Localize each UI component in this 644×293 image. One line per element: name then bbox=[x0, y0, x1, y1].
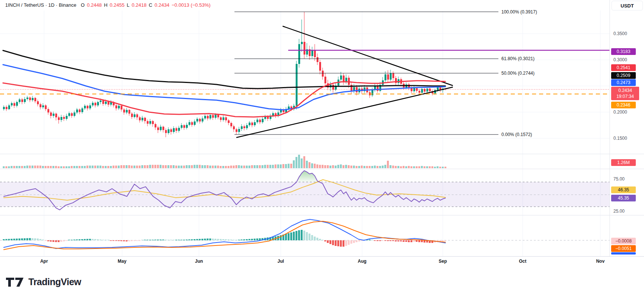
low-label: L bbox=[127, 2, 130, 8]
time-axis-label-jun: Jun bbox=[188, 259, 210, 264]
high-label: H bbox=[104, 2, 107, 8]
footer: TradingView bbox=[0, 266, 644, 293]
open-label: O bbox=[81, 2, 85, 8]
close-label: C bbox=[149, 2, 152, 8]
high-value: 0.2455 bbox=[110, 2, 125, 8]
time-axis-label-jul: Jul bbox=[270, 259, 292, 264]
price-badge-purple-level: 0.3183 bbox=[611, 48, 636, 55]
price-axis[interactable]: 0.35000.30000.20000.150075.0025.00 0.318… bbox=[610, 0, 644, 266]
close-value: 0.2434 bbox=[155, 2, 169, 8]
tradingview-logo-text: TradingView bbox=[28, 277, 81, 287]
currency-toggle-button[interactable]: USDT bbox=[612, 1, 643, 10]
fib-label-61-8[interactable]: 61.80% (0.3021) bbox=[501, 56, 535, 61]
ohlc-legend: 1INCH / TetherUS · 1D · Binance O0.2448 … bbox=[5, 2, 211, 8]
rsi-ma-badge: 46.35 bbox=[611, 186, 636, 193]
time-axis-label-aug: Aug bbox=[351, 259, 373, 264]
time-axis-label-sep: Sep bbox=[432, 259, 454, 264]
time-axis-label-nov: Nov bbox=[589, 259, 612, 264]
time-axis[interactable]: AprMayJunJulAugSepOctNov bbox=[0, 256, 644, 266]
fib-label-50[interactable]: 50.00% (0.2744) bbox=[501, 71, 535, 76]
axis-tick-label: 0.2000 bbox=[613, 110, 627, 115]
open-value: 0.2448 bbox=[87, 2, 102, 8]
price-badge-ma-red: 0.2541 bbox=[611, 64, 636, 71]
price-badge-orange-level: 0.2346 bbox=[611, 102, 636, 108]
price-badge-ma-black: 0.2509 bbox=[611, 72, 636, 79]
price-badge-ma-blue: 0.2473 bbox=[611, 79, 636, 86]
chart-canvas[interactable] bbox=[0, 0, 644, 266]
axis-tick-label: 0.3500 bbox=[613, 31, 627, 36]
symbol-title: 1INCH / TetherUS · 1D · Binance bbox=[5, 2, 77, 8]
tradingview-logo[interactable]: TradingView bbox=[5, 275, 81, 288]
tradingview-chart-page: { "header": { "symbol_title": "1INCH / T… bbox=[0, 0, 644, 293]
fib-label-100[interactable]: 100.00% (0.3917) bbox=[501, 9, 537, 15]
macd-line-badge-clipped bbox=[611, 252, 636, 255]
low-value: 0.2418 bbox=[132, 2, 147, 8]
macd-hist-badge: −0.0008 bbox=[611, 238, 636, 244]
fib-label-0[interactable]: 0.00% (0.1572) bbox=[501, 132, 532, 137]
axis-tick-label: 0.3000 bbox=[613, 57, 627, 62]
macd-signal-badge: −0.0051 bbox=[611, 245, 636, 252]
bar-countdown: 19:07:34 bbox=[616, 93, 634, 99]
volume-badge: 1.26M bbox=[611, 159, 636, 166]
time-axis-label-apr: Apr bbox=[33, 259, 55, 264]
time-axis-label-may: May bbox=[111, 259, 133, 264]
tradingview-logo-icon bbox=[5, 275, 25, 288]
time-axis-label-oct: Oct bbox=[511, 259, 534, 264]
rsi-badge: 45.35 bbox=[611, 195, 636, 201]
axis-tick-label: 0.1500 bbox=[613, 136, 627, 141]
axis-tick-label: 25.00 bbox=[613, 209, 625, 214]
last-price-badge: 0.2434 19:07:34 bbox=[611, 87, 639, 100]
axis-tick-label: 75.00 bbox=[613, 176, 625, 182]
change-value: −0.0013 (−0.53%) bbox=[172, 2, 211, 8]
last-price-value: 0.2434 bbox=[618, 87, 632, 93]
